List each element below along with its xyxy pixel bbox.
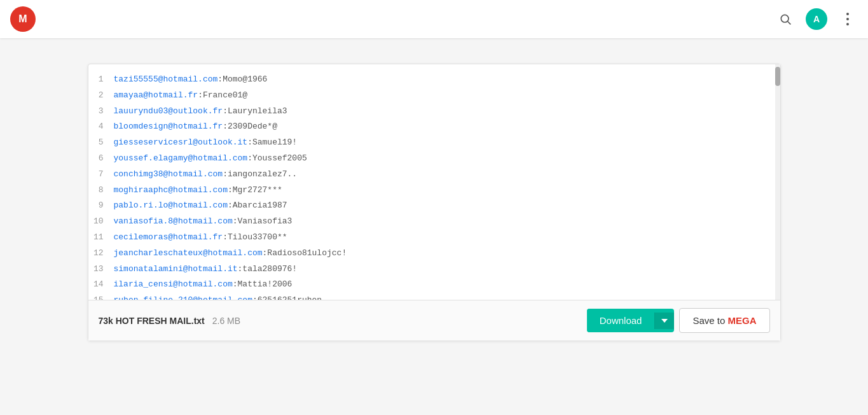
svg-point-0 [781,15,789,22]
avatar[interactable]: A [806,8,827,30]
save-to-mega-button[interactable]: Save to MEGA [679,308,769,333]
line-password: Mgr2727*** [233,184,282,197]
line-separator: : [233,278,238,292]
line-separator: : [223,120,228,134]
download-dropdown-button[interactable] [654,313,674,329]
line-email: amayaa@hotmail.fr [114,89,198,102]
line-email: lauuryndu03@outlook.fr [114,105,223,118]
svg-point-4 [846,23,849,25]
table-row: 13simonatalamini@hotmail.it:tala280976! [88,262,780,278]
line-password: Abarcia1987 [233,199,287,213]
svg-point-3 [846,18,849,20]
table-row: 7conchimg38@hotmail.com:iangonzalez7.. [88,167,780,183]
line-separator: : [223,168,228,181]
line-number: 11 [88,231,114,244]
table-row: 2amayaa@hotmail.fr:France01@ [88,88,780,104]
line-email: ilaria_censi@hotmail.com [114,278,233,292]
header-left: M [10,6,36,32]
line-separator: : [247,152,252,165]
line-number: 4 [88,120,114,134]
table-row: 12jeancharleschateux@hotmail.com:Radioso… [88,246,780,262]
line-separator: : [233,215,238,229]
line-email: moghiraaphc@hotmail.com [114,184,228,197]
search-icon[interactable] [775,9,796,29]
table-row: 8moghiraaphc@hotmail.com:Mgr2727*** [88,183,780,199]
line-email: vaniasofia.8@hotmail.com [114,215,233,229]
line-number: 13 [88,263,114,276]
line-password: Momo@1966 [223,73,267,87]
line-password: Youssef2005 [252,152,307,165]
line-number: 5 [88,136,114,150]
line-email: simonatalamini@hotmail.it [114,263,238,276]
line-email: jeancharleschateux@hotmail.com [114,247,263,260]
table-row: 9pablo.ri.lo@hotmail.com:Abarcia1987 [88,198,780,214]
line-password: Tilou33700** [228,231,287,244]
line-separator: : [228,184,233,197]
save-label: Save to [692,315,725,326]
scrollbar-thumb[interactable] [775,67,780,86]
bottom-actions: Download Save to MEGA [587,308,770,333]
line-password: Vaniasofia3 [238,215,293,229]
line-number: 7 [88,168,114,181]
svg-line-1 [788,22,791,25]
line-number: 2 [88,89,114,102]
table-row: 15ruben.filine.210@hotmail.com:62516251r… [88,293,780,300]
line-email: ruben.filine.210@hotmail.com [114,294,252,300]
line-password: Radioso81ulojcc! [267,247,347,260]
line-separator: : [223,105,228,118]
line-number: 6 [88,152,114,165]
table-row: 11cecilemoras@hotmail.fr:Tilou33700** [88,230,780,246]
line-email: giesseservicesrl@outlook.it [114,136,248,150]
table-row: 10vaniasofia.8@hotmail.com:Vaniasofia3 [88,214,780,230]
more-options-icon[interactable] [837,9,858,29]
line-number: 14 [88,278,114,292]
download-button-group[interactable]: Download [587,309,675,332]
line-separator: : [223,231,228,244]
mega-logo[interactable]: M [10,6,36,32]
table-row: 4bloomdesign@hotmail.fr:2309Dede*@ [88,119,780,135]
line-email: bloomdesign@hotmail.fr [114,120,223,134]
line-separator: : [198,89,203,102]
line-email: conchimg38@hotmail.com [114,168,223,181]
line-separator: : [228,199,233,213]
line-separator: : [247,136,252,150]
scrollbar-track[interactable] [775,64,780,300]
main-content: 1tazi55555@hotmail.com:Momo@19662amayaa@… [0,38,868,415]
line-number: 3 [88,105,114,118]
line-number: 1 [88,73,114,87]
line-password: iangonzalez7.. [228,168,297,181]
line-number: 10 [88,215,114,229]
line-number: 12 [88,247,114,260]
line-separator: : [252,294,258,300]
svg-point-2 [846,13,849,15]
line-number: 8 [88,184,114,197]
table-row: 3lauuryndu03@outlook.fr:Laurynleila3 [88,104,780,120]
text-content-area[interactable]: 1tazi55555@hotmail.com:Momo@19662amayaa@… [88,64,780,300]
header-right: A [775,8,858,30]
table-row: 5giesseservicesrl@outlook.it:Samuel19! [88,135,780,151]
line-email: cecilemoras@hotmail.fr [114,231,223,244]
line-password: Mattia!2006 [238,278,293,292]
line-email: pablo.ri.lo@hotmail.com [114,199,228,213]
line-separator: : [263,247,268,260]
line-number: 9 [88,199,114,213]
line-password: 2309Dede*@ [228,120,277,134]
line-password: Samuel19! [252,136,297,150]
file-name: 73k HOT FRESH MAIL.txt [99,316,205,326]
mega-label: MEGA [728,315,757,326]
line-password: France01@ [203,89,247,102]
line-password: 62516251ruhen [258,294,322,300]
file-info: 73k HOT FRESH MAIL.txt 2.6 MB [99,316,241,326]
download-main-button[interactable]: Download [587,309,655,332]
line-separator: : [238,263,243,276]
line-email: tazi55555@hotmail.com [114,73,218,87]
file-size: 2.6 MB [212,316,240,326]
header: M A [0,0,868,38]
line-separator: : [217,73,223,87]
bottom-bar: 73k HOT FRESH MAIL.txt 2.6 MB Download S… [88,300,780,341]
line-password: tala280976! [242,263,297,276]
table-row: 14ilaria_censi@hotmail.com:Mattia!2006 [88,277,780,293]
line-password: Laurynleila3 [228,105,287,118]
line-number: 15 [88,294,114,300]
line-email: youssef.elagamy@hotmail.com [114,152,248,165]
